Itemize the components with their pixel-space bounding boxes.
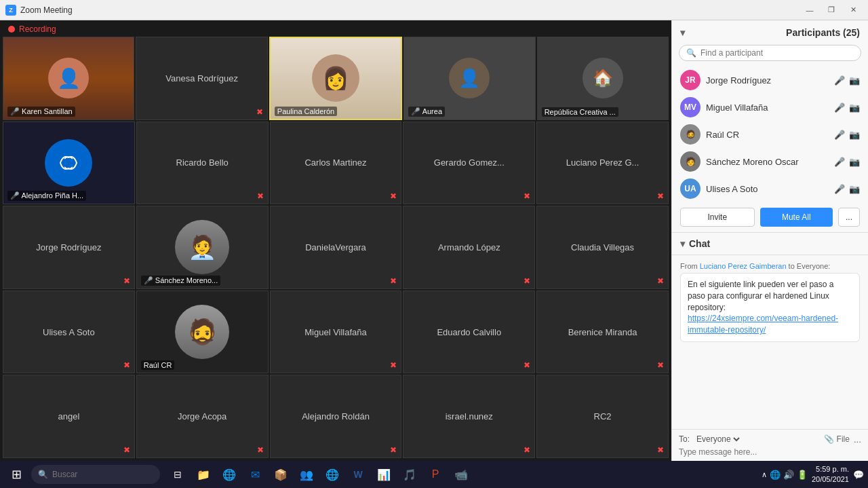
name-luciano: Luciano Perez G... <box>566 157 639 168</box>
mute-jorge: ✖ <box>123 276 130 286</box>
name-angel: angel <box>58 411 79 421</box>
chat-panel: ▾ Chat From Luciano Perez Gaimberan to E… <box>672 233 868 461</box>
mute-icon: 🎤 <box>834 102 845 113</box>
video-cell-alejandro: 🎤 Alejandro Piña H... <box>3 121 135 205</box>
file-button[interactable]: 📎 File <box>824 434 850 444</box>
network-icon[interactable]: 🌐 <box>770 470 781 480</box>
chat-bubble: En el siguiente link pueden ver el paso … <box>680 273 860 342</box>
start-button[interactable]: ⊞ <box>4 463 28 486</box>
video-icon: 📷 <box>849 102 860 113</box>
system-tray-icons: ∧ 🌐 🔊 🔋 <box>762 470 808 480</box>
search-box[interactable]: 🔍 <box>679 45 861 61</box>
to-select[interactable]: Everyone <box>694 434 742 445</box>
mute-claudia: ✖ <box>657 276 664 286</box>
edge-app[interactable]: 🌐 <box>217 463 241 486</box>
avatar-photo: 🧑 <box>686 157 696 166</box>
zoom-app[interactable]: 📹 <box>449 463 473 486</box>
mute-gerardo: ✖ <box>524 191 530 201</box>
spotify-app[interactable]: 🎵 <box>397 463 422 486</box>
powerpoint-app[interactable]: P <box>423 463 448 486</box>
chat-link[interactable]: https://24xsiempre.com/veeam-hardened-im… <box>688 314 838 335</box>
chat-message-text: En el siguiente link pueden ver el paso … <box>688 279 852 313</box>
name-miguel: Miguel Villafaña <box>304 327 367 337</box>
name-sanchez: 🎤 Sánchez Moreno... <box>141 276 220 286</box>
taskbar-apps: ⊟ 📁 🌐 ✉ 📦 👥 🌐 W 📊 🎵 P 📹 <box>165 463 473 486</box>
grid-row-1: 👤 🎤 Karen Santillan Vanesa Rodríguez ✖ 👩… <box>3 37 669 120</box>
tray-expand-icon[interactable]: ∧ <box>762 470 767 479</box>
package-app[interactable]: 📦 <box>269 463 293 486</box>
video-cell-alejandro-r: Alejandro Roldán ✖ <box>270 375 402 458</box>
avatar-initials: JR <box>685 75 695 85</box>
collapse-icon[interactable]: ▾ <box>680 27 685 38</box>
video-cell-armando: Armando López ✖ <box>403 206 535 289</box>
mute-all-button[interactable]: Mute All <box>760 208 833 227</box>
outlook-app[interactable]: ✉ <box>243 463 267 486</box>
title-bar: Z Zoom Meeting — ❐ ✕ <box>0 0 868 20</box>
video-cell-claudia: Claudia Villegas ✖ <box>536 206 669 289</box>
video-cell-republica: 🏠 República Creativa ... <box>537 37 669 120</box>
search-icon: 🔍 <box>38 470 48 479</box>
avatar-initials: MV <box>684 102 696 112</box>
name-jorge-acopa: Jorge Acopa <box>178 411 226 421</box>
maximize-button[interactable]: ❐ <box>822 3 841 17</box>
minimize-button[interactable]: — <box>800 3 819 17</box>
mute-ricardo: ✖ <box>257 191 264 201</box>
more-button[interactable]: ... <box>838 208 860 227</box>
word-app[interactable]: W <box>346 463 370 486</box>
mute-rc2: ✖ <box>657 445 664 455</box>
teams-app[interactable]: 👥 <box>294 463 319 486</box>
video-cell-miguel: Miguel Villafaña ✖ <box>270 290 402 374</box>
name-raul: Raúl CR <box>141 360 175 370</box>
chat-collapse-icon[interactable]: ▾ <box>680 238 685 249</box>
name-paulina: Paulina Calderón <box>275 107 337 116</box>
participant-name: Jorge Rodríguez <box>706 75 829 86</box>
mute-vanesa: ✖ <box>256 107 263 117</box>
video-cell-vanesa: Vanesa Rodríguez ✖ <box>136 37 267 120</box>
window-controls: — ❐ ✕ <box>800 3 863 17</box>
task-view-button[interactable]: ⊟ <box>165 463 190 486</box>
name-israel: israel.nunez <box>446 411 493 421</box>
file-explorer-app[interactable]: 📁 <box>191 463 216 486</box>
mute-armando: ✖ <box>524 276 530 286</box>
name-republica: República Creativa ... <box>542 107 618 117</box>
battery-icon[interactable]: 🔋 <box>797 470 808 480</box>
invite-button[interactable]: Invite <box>680 208 755 227</box>
chat-to-row: To: Everyone 📎 File ... <box>679 434 861 445</box>
list-item: 🧑 Sánchez Moreno Oscar 🎤 📷 <box>672 148 868 175</box>
participant-name: Sánchez Moreno Oscar <box>706 157 829 167</box>
video-grid: 👤 🎤 Karen Santillan Vanesa Rodríguez ✖ 👩… <box>3 37 669 458</box>
time-display: 5:59 p. m. <box>812 464 849 474</box>
video-cell-berenice: Berenice Miranda ✖ <box>536 290 669 374</box>
mute-icon: 🎤 <box>834 157 845 167</box>
avatar: 🧔 <box>680 124 701 145</box>
from-name-link[interactable]: Luciano Perez Gaimberan <box>700 262 787 270</box>
video-cell-rc2: RC2 ✖ <box>536 375 669 458</box>
chat-input-row <box>679 447 861 457</box>
chrome-app[interactable]: 🌐 <box>320 463 344 486</box>
taskbar-search-input[interactable] <box>52 470 140 479</box>
video-cell-gerardo: Gerardo Gomez... ✖ <box>403 121 535 205</box>
volume-icon[interactable]: 🔊 <box>783 470 794 480</box>
mute-eduardo: ✖ <box>524 360 530 370</box>
video-cell-carlos: Carlos Martinez ✖ <box>270 121 402 205</box>
avatar: UA <box>680 179 701 199</box>
chat-more-button[interactable]: ... <box>854 434 861 445</box>
name-eduardo: Eduardo Calvillo <box>437 327 501 337</box>
participant-name: Miguel Villafaña <box>706 102 829 113</box>
excel-app[interactable]: 📊 <box>372 463 396 486</box>
name-karen: 🎤 Karen Santillan <box>7 107 75 117</box>
mute-icon: 🎤 <box>834 75 845 86</box>
search-input[interactable] <box>701 48 854 58</box>
main-container: Recording 👤 🎤 Karen Santillan Vanesa Rod… <box>0 20 868 461</box>
taskbar-search[interactable]: 🔍 <box>31 465 160 484</box>
mute-icon: 🎤 <box>834 130 845 140</box>
chat-input[interactable] <box>679 447 861 457</box>
to-label: To: <box>679 434 690 444</box>
name-alejandro: 🎤 Alejandro Piña H... <box>7 191 86 201</box>
panel-actions: Invite Mute All ... <box>672 202 868 232</box>
list-item: UA Ulises A Soto 🎤 📷 <box>672 175 868 202</box>
taskbar-clock: 5:59 p. m. 20/05/2021 <box>812 464 849 485</box>
notification-icon[interactable]: 💬 <box>853 470 864 480</box>
close-button[interactable]: ✕ <box>844 3 863 17</box>
video-cell-sanchez: 🧑‍💼 🎤 Sánchez Moreno... <box>136 206 269 289</box>
